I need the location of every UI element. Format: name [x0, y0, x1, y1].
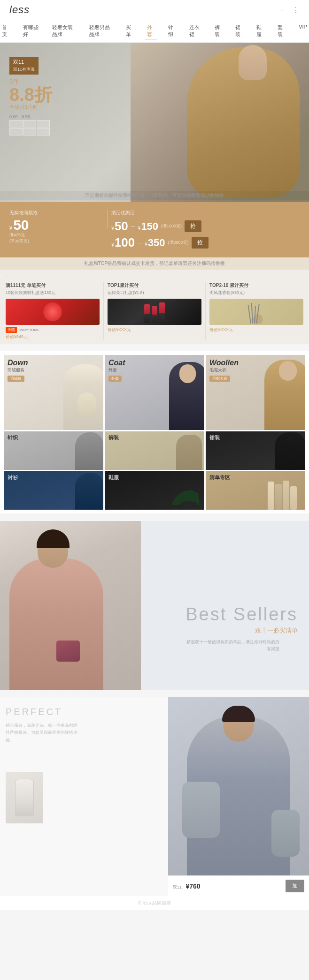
gift-col1-title: 满1111元 单笔买付 [6, 282, 100, 289]
gift-col2-title: TOP1累计买付 [108, 282, 201, 289]
hero-banner: 双11 双11有声班 2件 8.8折 全场持1小时 0.09—0.59 [0, 43, 309, 202]
category-shoes[interactable]: 鞋履 [105, 471, 204, 510]
nav-item-shoes[interactable]: 鞋履 [255, 23, 266, 39]
nav-item-mens[interactable]: 轻奢男品品牌 [87, 23, 115, 39]
cat-down-title: Down [8, 359, 28, 367]
category-skirt[interactable]: 裙装 [206, 431, 305, 470]
promo-btn2[interactable]: 抢 [192, 237, 209, 249]
nav-item-dress[interactable]: 连衣裙 [187, 23, 203, 39]
nav-item-sale[interactable]: 买单 [124, 23, 136, 39]
bestsellers-person [0, 521, 141, 690]
gift-col3-sub: 街风迷香套(¥30元) [209, 290, 303, 296]
gift-brand-logo: 天猫 [6, 327, 17, 333]
cat-coat-title: Coat [108, 359, 125, 367]
cat-trousers-label: 裤装 [108, 434, 119, 441]
spacer1 [0, 344, 309, 351]
perfect-title: PERFECT [6, 707, 162, 717]
promo-middle-col: 清活优惠活 ¥ 50 — ¥ 150 (满1000元) 抢 ¥ 100 [111, 210, 300, 250]
promo-section: 无购物满额抢 ¥ 50 满425元 (不大不支) 清活优惠活 ¥ 50 — ¥ … [0, 202, 309, 257]
gift-section: ··· 满1111元 单笔买付 10套同次购特礼盒送130元 天猫 JNBYHO… [0, 270, 309, 344]
perfect-price-label: 双11 [173, 885, 182, 890]
hero-main: 2件 8.8折 全场持1小时 [9, 77, 52, 111]
perfect-description: 精心筛选，品质之选。每一件单品都经过严格筛选，为您呈现最完美的穿搭体验。 [6, 722, 81, 744]
hero-price-main: 8.8折 [9, 86, 52, 104]
promo-btn1[interactable]: 抢 [185, 220, 201, 232]
nav-item-suit[interactable]: 套装 [276, 23, 287, 39]
cat-clearance-label: 清单专区 [209, 474, 230, 481]
perfect-section: PERFECT 精心筛选，品质之选。每一件单品都经过严格筛选，为您呈现最完美的穿… [0, 697, 309, 896]
category-clearance[interactable]: 清单专区 [206, 471, 305, 510]
promo-symbol1: ¥ [9, 225, 12, 231]
gift-col2-price: 价值¥XXX元 [108, 327, 201, 333]
perfect-cart-button[interactable]: 加 [286, 880, 304, 892]
hero-tag: 双11 [13, 59, 24, 65]
promo-divider1 [107, 210, 108, 228]
hero-tag2: 双11有声班 [13, 67, 35, 72]
perfect-main-img [168, 697, 309, 875]
cat-shoes-label: 鞋履 [108, 474, 119, 481]
header-right: ··· ⋮ [281, 6, 300, 15]
bestsellers-description: 精选双十一最值得购买的单品，满足你对时尚的所有渴望 [185, 639, 279, 652]
spacer2 [0, 513, 309, 521]
gift-col1: 满1111元 单笔买付 10套同次购特礼盒送130元 天猫 JNBYHOME 价… [6, 282, 104, 340]
hero-content-left: 双11 双11有声班 2件 8.8折 全场持1小时 0.09—0.59 [9, 57, 52, 136]
header-icon-dots[interactable]: ⋮ [292, 6, 300, 15]
footer-text: © less 品牌服装 [138, 900, 171, 905]
logo[interactable]: less [9, 4, 30, 16]
category-knitwear[interactable]: 针织 [4, 431, 103, 470]
nav-item-skirt[interactable]: 裙装 [233, 23, 245, 39]
gift-col1-sub: 10套同次购特礼盒送130元 [6, 290, 100, 296]
category-down[interactable]: Down 羽绒服装 羽绒服 [4, 355, 103, 430]
nav-item-pants[interactable]: 裤装 [213, 23, 224, 39]
cat-skirt-label: 裙装 [209, 434, 220, 441]
gift-col1-price: 价值¥649元 [6, 334, 100, 340]
hero-date-label: 0.09—0.59 [9, 114, 52, 119]
gift-col1-img [6, 299, 100, 325]
promo-sub1: 满425元 [9, 232, 103, 238]
bestsellers-subtitle: 双十一必买清单 [185, 626, 298, 635]
perfect-small-img [6, 772, 43, 823]
category-trousers[interactable]: 裤装 [105, 431, 204, 470]
promo-note5: (满2000元) [168, 240, 189, 246]
nav-item-womens[interactable]: 轻奢女装品牌 [50, 23, 78, 39]
category-woollen[interactable]: Woollen 毛呢大衣 毛呢大衣 [206, 355, 305, 430]
perfect-footer: 双11 ¥760 加 [168, 875, 309, 896]
promo-left-col: 无购物满额抢 ¥ 50 满425元 (不大不支) [9, 210, 103, 244]
category-coat[interactable]: Coat 外套 外套 [105, 355, 204, 430]
nav-item-home[interactable]: 首页 [0, 23, 12, 39]
gift-col3-price: 价值¥XXX元 [209, 327, 303, 333]
gift-col2-img [108, 299, 201, 325]
bottom-footer: © less 品牌服装 [0, 896, 309, 910]
hero-tag-box: 双11 双11有声班 [9, 57, 39, 75]
header-menu-text: ··· [281, 8, 285, 13]
promo-num4: 100 [115, 235, 135, 250]
hero-price-sub: 全场持1小时 [9, 104, 52, 111]
header: less ··· ⋮ [0, 0, 309, 20]
gift-col3: TOP2-10 累计买付 街风迷香套(¥30元) 价值¥XXX元 [209, 282, 303, 340]
cat-coat-badge: 外套 [108, 376, 122, 382]
category-section: Down 羽绒服装 羽绒服 Coat 外套 外套 Woollen 毛呢大衣 [0, 351, 309, 513]
category-shirt[interactable]: 衬衫 [4, 471, 103, 510]
nav-item-good[interactable]: 有哪些好 [21, 23, 41, 39]
cat-woollen-badge: 毛呢大衣 [209, 376, 230, 382]
cat-woollen-title: Woollen [209, 359, 239, 367]
nav-item-outerwear[interactable]: 外套 [145, 23, 157, 39]
perfect-price: ¥760 [185, 882, 200, 890]
info-bar: 礼盒和TOP搭品费确认成交卡发货，登记桌单请置还关注插码指推推 [0, 257, 309, 270]
promo-note3: (满1000元) [161, 223, 182, 229]
cat-woollen-subtitle: 毛呢大衣 [209, 367, 239, 373]
promo-label2: 清活优惠活 [111, 210, 300, 216]
cat-shirt-label: 衬衫 [8, 474, 18, 481]
hero-bottom-text: 不定期精准邮件发现400活动，订不到吗，可堂加送顾客活动购物袋 [0, 191, 309, 200]
gift-col2-sub: 记得亮口礼盒(¥1.8) [108, 290, 201, 296]
promo-num5: 350 [148, 237, 165, 249]
bestsellers-section: Best Sellers 双十一必买清单 精选双十一最值得购买的单品，满足你对时… [0, 521, 309, 690]
main-nav: 首页 有哪些好 轻奢女装品牌 轻奢男品品牌 买单 外套 针织 连衣裙 裤装 裙装… [0, 20, 309, 43]
gift-col3-title: TOP2-10 累计买付 [209, 282, 303, 289]
nav-item-vip[interactable]: VIP [297, 23, 309, 39]
promo-label1: 无购物满额抢 [9, 210, 103, 216]
nav-item-knitwear[interactable]: 针织 [166, 23, 178, 39]
gift-col2: TOP1累计买付 记得亮口礼盒(¥1.8) 价值¥XXX元 [108, 282, 206, 340]
hero-figure [131, 43, 309, 202]
cat-coat-subtitle: 外套 [108, 367, 125, 373]
